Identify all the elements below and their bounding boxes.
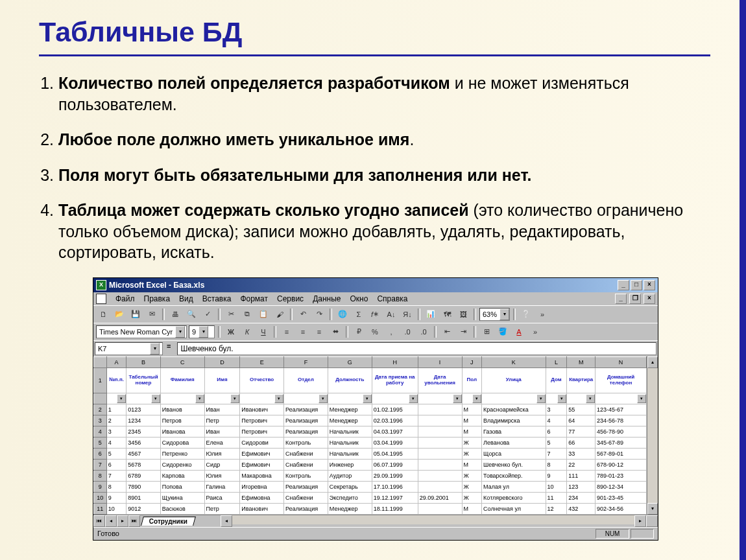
close-button[interactable]: ×	[644, 280, 655, 290]
vertical-scrollbar[interactable]: ▴▾	[647, 356, 658, 515]
inc-indent-icon[interactable]: ⇥	[456, 325, 470, 339]
spell-icon[interactable]: ✓	[200, 307, 215, 321]
preview-icon[interactable]: 🔍	[184, 307, 199, 321]
titlebar: X Microsoft Excel - База.xls _ □ ×	[93, 278, 658, 292]
help-icon[interactable]: ❔	[519, 307, 533, 321]
excel-icon: X	[96, 280, 106, 290]
drawing-icon[interactable]: 🖼	[456, 307, 470, 321]
point-2: Любое поле должно иметь уникальное имя.	[58, 129, 710, 150]
bold-icon[interactable]: Ж	[224, 325, 238, 339]
status-text: Готово	[97, 530, 119, 537]
dec-indent-icon[interactable]: ⇤	[440, 325, 454, 339]
comma-icon[interactable]: ,	[384, 325, 398, 339]
equals-label: =	[167, 342, 171, 355]
menubar: Файл Правка Вид Вставка Формат Сервис Да…	[93, 292, 658, 305]
excel-window: X Microsoft Excel - База.xls _ □ × Файл …	[93, 277, 658, 541]
format-painter-icon[interactable]: 🖌	[272, 307, 287, 321]
open-icon[interactable]: 📂	[112, 307, 126, 321]
redo-icon[interactable]: ↷	[312, 307, 326, 321]
font-combo[interactable]: Times New Roman Cyr▾	[96, 325, 187, 338]
name-box[interactable]: K7▾	[95, 342, 163, 355]
new-icon[interactable]: 🗋	[96, 307, 110, 321]
mail-icon[interactable]: ✉	[145, 307, 159, 321]
tab-last[interactable]: ⏭	[128, 515, 140, 527]
doc-close[interactable]: ×	[644, 294, 655, 304]
table-row[interactable]: 654567ПетренкоЮлияЕфимовичСнабжениНачаль…	[94, 448, 647, 459]
status-bar: Готово NUM	[93, 527, 658, 540]
more-icon[interactable]: »	[535, 307, 549, 321]
formula-row: K7▾ = Шевченко бул.	[93, 340, 658, 356]
status-cell	[631, 529, 654, 539]
merge-icon[interactable]: ⬌	[328, 325, 343, 339]
print-icon[interactable]: 🖶	[168, 307, 182, 321]
point-4: Таблица может содержать сколько угодно з…	[58, 200, 710, 263]
table-row[interactable]: 543456СидороваЕленаСидоровиКонтрольНачал…	[94, 437, 647, 448]
more-format-icon[interactable]: »	[528, 325, 542, 339]
menu-format[interactable]: Формат	[240, 294, 268, 303]
cut-icon[interactable]: ✂	[224, 307, 238, 321]
menu-edit[interactable]: Правка	[144, 294, 171, 303]
table-row[interactable]: 432345ИвановаИванПетровичРеализацияНачал…	[94, 426, 647, 437]
table-row[interactable]: 876789КарповаЮлияМакаровнаКонтрольАудито…	[94, 470, 647, 481]
zoom-combo[interactable]: 63%▾	[479, 308, 510, 321]
tab-prev[interactable]: ◂	[105, 515, 117, 527]
undo-icon[interactable]: ↶	[296, 307, 310, 321]
filter-row[interactable]: ▾▾▾ ▾▾▾ ▾▾▾ ▾▾▾ ▾▾	[94, 393, 647, 404]
function-icon[interactable]: f∗	[368, 307, 382, 321]
align-right-icon[interactable]: ≡	[312, 325, 326, 339]
minimize-button[interactable]: _	[618, 280, 629, 290]
col-headers: AB CD EF GH IJ KL MN	[94, 356, 647, 368]
horizontal-scrollbar[interactable]: ◂▸	[221, 515, 646, 527]
menu-data[interactable]: Данные	[313, 294, 341, 303]
tab-first[interactable]: ⏮	[93, 515, 105, 527]
maximize-button[interactable]: □	[631, 280, 642, 290]
autosum-icon[interactable]: Σ	[352, 307, 366, 321]
doc-restore[interactable]: ❐	[629, 294, 641, 304]
align-left-icon[interactable]: ≡	[280, 325, 294, 339]
menu-insert[interactable]: Вставка	[202, 294, 232, 303]
map-icon[interactable]: 🗺	[440, 307, 454, 321]
inc-decimal-icon[interactable]: .0	[400, 325, 415, 339]
menu-view[interactable]: Вид	[179, 294, 193, 303]
fontsize-combo[interactable]: 9▾	[189, 325, 215, 338]
spreadsheet-grid[interactable]: AB CD EF GH IJ KL MN 1 №п.п.Табельный но…	[93, 356, 647, 515]
chart-icon[interactable]: 📊	[424, 307, 438, 321]
standard-toolbar: 🗋 📂 💾 ✉ 🖶 🔍 ✓ ✂ ⧉ 📋 🖌 ↶ ↷ 🌐 Σ f∗ A↓ Я↓ 📊…	[93, 305, 658, 323]
fill-color-icon[interactable]: 🪣	[496, 325, 510, 339]
tab-next[interactable]: ▸	[117, 515, 128, 527]
paste-icon[interactable]: 📋	[256, 307, 271, 321]
menu-tools[interactable]: Сервис	[277, 294, 304, 303]
doc-icon	[96, 294, 106, 304]
align-center-icon[interactable]: ≡	[296, 325, 310, 339]
formula-bar[interactable]: Шевченко бул.	[177, 342, 656, 355]
percent-icon[interactable]: %	[368, 325, 382, 339]
menu-window[interactable]: Окно	[350, 294, 368, 303]
borders-icon[interactable]: ⊞	[479, 325, 494, 339]
sheet-tab[interactable]: Сотрудники	[141, 517, 196, 526]
hyperlink-icon[interactable]: 🌐	[335, 307, 350, 321]
doc-minimize[interactable]: _	[615, 294, 627, 304]
underline-icon[interactable]: Ч	[256, 325, 271, 339]
dec-decimal-icon[interactable]: .0	[416, 325, 431, 339]
italic-icon[interactable]: К	[240, 325, 254, 339]
scroll-corner	[646, 515, 658, 527]
copy-icon[interactable]: ⧉	[240, 307, 254, 321]
table-row[interactable]: 1098901ЩукинаРаисаЕфимовнаСнабжениЭкспед…	[94, 492, 647, 503]
point-3: Поля могут быть обязательными для заполн…	[58, 165, 710, 186]
table-row[interactable]: 11109012ВасюковПетрИвановичРеализацияМен…	[94, 503, 647, 514]
numlock-indicator: NUM	[596, 529, 630, 539]
sort-asc-icon[interactable]: A↓	[384, 307, 398, 321]
font-color-icon[interactable]: A	[512, 325, 526, 339]
save-icon[interactable]: 💾	[128, 307, 143, 321]
table-row[interactable]: 765678СидоренкоСидрЕфимовичСнабжениИнжен…	[94, 459, 647, 470]
bullet-list: Количество полей определяется разработчи…	[39, 73, 710, 263]
currency-icon[interactable]: ₽	[352, 325, 366, 339]
table-row[interactable]: 210123ИвановИванИвановичРеализацияМенедж…	[94, 404, 647, 415]
table-row[interactable]: 321234ПетровПетрПетровичРеализацияМенедж…	[94, 415, 647, 426]
slide: Табличные БД Количество полей определяет…	[0, 0, 746, 560]
menu-help[interactable]: Справка	[377, 294, 407, 303]
menu-file[interactable]: Файл	[115, 294, 135, 303]
table-row[interactable]: 987890ПоповаГалинаИгоревнаРеализацияСекр…	[94, 481, 647, 492]
point-1: Количество полей определяется разработчи…	[58, 73, 710, 115]
sort-desc-icon[interactable]: Я↓	[400, 307, 415, 321]
